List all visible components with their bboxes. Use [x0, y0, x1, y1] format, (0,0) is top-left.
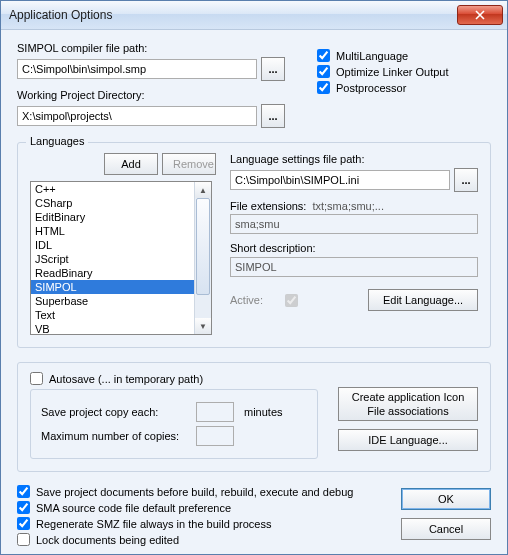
list-item[interactable]: IDL: [31, 238, 194, 252]
multilanguage-checkbox[interactable]: MultiLanguage: [317, 49, 449, 62]
compiler-browse-button[interactable]: ...: [261, 57, 285, 81]
compiler-path-input[interactable]: [17, 59, 257, 79]
list-item[interactable]: VB: [31, 322, 194, 334]
save-each-label: Save project copy each:: [41, 406, 196, 418]
max-copies-input[interactable]: [196, 426, 234, 446]
optimize-linker-checkbox[interactable]: Optimize Linker Output: [317, 65, 449, 78]
regenerate-smz-checkbox[interactable]: Regenerate SMZ file always in the build …: [17, 517, 381, 530]
settings-browse-button[interactable]: ...: [454, 168, 478, 192]
short-desc-input[interactable]: [230, 257, 478, 277]
list-item[interactable]: C++: [31, 182, 194, 196]
file-ext-hint: txt;sma;smu;...: [312, 200, 384, 212]
workdir-browse-button[interactable]: ...: [261, 104, 285, 128]
add-language-button[interactable]: Add: [104, 153, 158, 175]
workdir-label: Working Project Directory:: [17, 89, 287, 101]
close-button[interactable]: [457, 5, 503, 25]
list-item[interactable]: JScript: [31, 252, 194, 266]
max-copies-label: Maximum number of copies:: [41, 430, 196, 442]
lock-documents-checkbox[interactable]: Lock documents being edited: [17, 533, 381, 546]
scroll-track[interactable]: [195, 198, 211, 318]
workdir-input[interactable]: [17, 106, 257, 126]
edit-language-button[interactable]: Edit Language...: [368, 289, 478, 311]
scrollbar[interactable]: ▲ ▼: [194, 182, 211, 334]
active-label: Active:: [230, 294, 263, 306]
scroll-up-button[interactable]: ▲: [195, 182, 211, 198]
languages-listbox[interactable]: C++CSharpEditBinaryHTMLIDLJScriptReadBin…: [30, 181, 212, 335]
settings-file-input[interactable]: [230, 170, 450, 190]
save-each-input[interactable]: [196, 402, 234, 422]
create-associations-button[interactable]: Create application Icon File association…: [338, 387, 478, 421]
ellipsis-icon: ...: [268, 110, 277, 122]
list-item[interactable]: Text: [31, 308, 194, 322]
postprocessor-checkbox[interactable]: Postprocessor: [317, 81, 449, 94]
list-item[interactable]: ReadBinary: [31, 266, 194, 280]
active-checkbox: [285, 294, 298, 307]
compiler-path-label: SIMPOL compiler file path:: [17, 42, 287, 54]
dialog-window: Application Options SIMPOL compiler file…: [0, 0, 508, 555]
titlebar: Application Options: [1, 1, 507, 30]
file-ext-input[interactable]: [230, 214, 478, 234]
window-title: Application Options: [9, 8, 457, 22]
list-item[interactable]: Superbase: [31, 294, 194, 308]
scroll-down-button[interactable]: ▼: [195, 318, 211, 334]
settings-file-label: Language settings file path:: [230, 153, 478, 165]
sma-default-checkbox[interactable]: SMA source code file default preference: [17, 501, 381, 514]
short-desc-label: Short description:: [230, 242, 478, 254]
ok-button[interactable]: OK: [401, 488, 491, 510]
ellipsis-icon: ...: [461, 174, 470, 186]
list-item[interactable]: EditBinary: [31, 210, 194, 224]
save-before-build-checkbox[interactable]: Save project documents before build, reb…: [17, 485, 381, 498]
ellipsis-icon: ...: [268, 63, 277, 75]
list-item[interactable]: SIMPOL: [31, 280, 194, 294]
cancel-button[interactable]: Cancel: [401, 518, 491, 540]
scroll-thumb[interactable]: [196, 198, 210, 295]
file-ext-label: File extensions:: [230, 200, 306, 212]
close-icon: [475, 10, 485, 20]
minutes-label: minutes: [244, 406, 283, 418]
list-item[interactable]: CSharp: [31, 196, 194, 210]
autosave-checkbox[interactable]: Autosave (... in temporary path): [30, 372, 318, 385]
languages-legend: Languages: [26, 135, 88, 147]
list-item[interactable]: HTML: [31, 224, 194, 238]
ide-language-button[interactable]: IDE Language...: [338, 429, 478, 451]
remove-language-button[interactable]: Remove: [162, 153, 216, 175]
